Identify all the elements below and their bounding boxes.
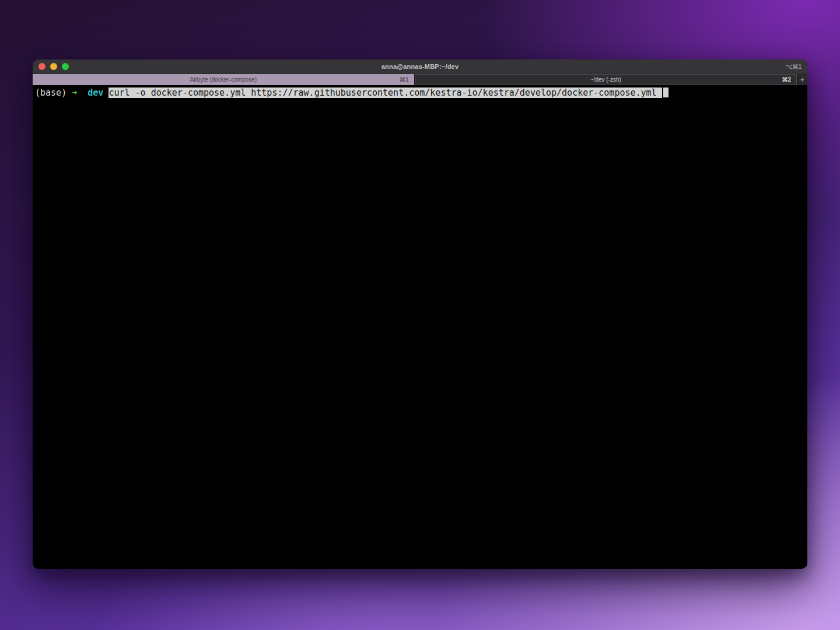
window-title: anna@annas-MBP:~/dev: [382, 63, 459, 70]
prompt-env: (base): [35, 88, 66, 98]
traffic-lights: [38, 60, 69, 74]
selected-command[interactable]: curl -o docker-compose.yml https://raw.g…: [108, 88, 662, 98]
minimize-button[interactable]: [50, 63, 57, 70]
tab-dev-zsh[interactable]: ~/dev (-zsh) ⌘2: [415, 74, 797, 85]
new-tab-button[interactable]: +: [797, 74, 807, 85]
title-bar[interactable]: anna@annas-MBP:~/dev ⌥⌘1: [33, 60, 807, 74]
close-button[interactable]: [38, 63, 46, 70]
terminal-cursor: [663, 88, 668, 97]
terminal-window: anna@annas-MBP:~/dev ⌥⌘1 Airbyte (docker…: [33, 60, 807, 569]
tab-shortcut-label: ⌘2: [782, 76, 791, 83]
tab-airbyte[interactable]: Airbyte (docker-compose) ⌘1: [33, 74, 415, 85]
tab-shortcut-label: ⌘1: [400, 76, 409, 83]
plus-icon: +: [800, 76, 804, 84]
tab-bar: Airbyte (docker-compose) ⌘1 ~/dev (-zsh)…: [33, 74, 807, 85]
prompt-directory: dev: [88, 88, 103, 98]
prompt-arrow-icon: ➜: [72, 88, 77, 98]
tab-label: Airbyte (docker-compose): [190, 76, 257, 83]
terminal-content[interactable]: (base) ➜ dev curl -o docker-compose.yml …: [33, 85, 807, 569]
window-shortcut-label: ⌥⌘1: [786, 64, 802, 70]
tab-label: ~/dev (-zsh): [590, 76, 621, 83]
zoom-button[interactable]: [62, 63, 69, 70]
